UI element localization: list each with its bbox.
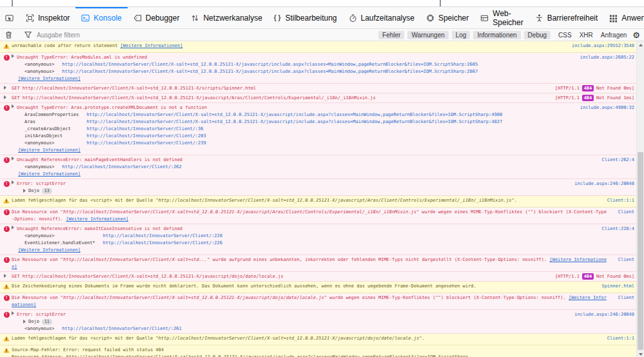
filter-input[interactable] (37, 32, 191, 39)
scrollbar-thumb[interactable] (638, 152, 643, 350)
message-location-link[interactable]: Client (609, 209, 634, 216)
http-status-badge: 404 (582, 85, 594, 92)
message-text: wurde aufgrund eines unbekannten, inkorr… (210, 257, 550, 262)
expand-arrow-icon[interactable] (23, 189, 26, 193)
expand-arrow-icon[interactable] (23, 320, 26, 323)
tab-label: Web-Speicher (493, 9, 523, 27)
console-output: unreachable code after return statement … (0, 41, 644, 357)
expand-arrow-icon[interactable] (12, 104, 14, 108)
message-gutter: ! (1, 226, 12, 232)
tab-label: Speicher (438, 14, 469, 23)
message-body: Uncaught TypeError: Aras.prototype.creat… (12, 104, 571, 154)
stack-frame-link[interactable]: http://localhost/InnovatorServer/Client/… (86, 111, 571, 119)
console-icon (81, 14, 90, 23)
message-gutter (1, 335, 12, 344)
error-icon: ! (4, 257, 10, 263)
pick-element-button[interactable] (0, 7, 19, 28)
tab-debugger[interactable]: Debugger (128, 7, 186, 28)
expand-arrow-icon[interactable] (12, 180, 14, 184)
category-filter-button[interactable]: CSS (555, 31, 575, 39)
console-message: !Die Ressource von "http://localhost/Inn… (0, 207, 637, 224)
level-filter-button[interactable]: Log (452, 31, 471, 39)
message-location-link[interactable]: include.aspx:246:20048 (565, 180, 634, 188)
message-location-link[interactable]: Client:1:1 (598, 197, 634, 204)
message-text: Error: scriptError (17, 181, 66, 186)
learn-more-link[interactable]: [Weitere Informationen] (18, 76, 81, 81)
message-location-link[interactable]: include.aspx:4900:32 (571, 104, 634, 111)
tab-stilbearbeitung[interactable]: { }Stilbearbeitung (268, 7, 343, 28)
learn-more-link[interactable]: [Weitere Informationen] (18, 148, 81, 153)
tab-speicher[interactable]: Speicher (420, 7, 474, 28)
message-location-link[interactable]: Client:262:4 (592, 157, 634, 164)
learn-more-link[interactable]: [Weitere Informationen] (18, 171, 81, 177)
console-message: Laden fehlgeschlagen für das <script> mi… (0, 196, 637, 207)
tab-netzwerkanalyse[interactable]: Netzwerkanalyse (185, 7, 268, 28)
http-status-text: [HTTP/1.1 (555, 95, 582, 101)
expand-arrow-icon[interactable] (4, 274, 6, 278)
expand-arrow-icon[interactable] (4, 95, 6, 99)
message-location-link[interactable]: Client:228:4 (592, 226, 634, 233)
stack-frame-link[interactable]: http://localhost/InnovatorServer/Client/… (103, 240, 593, 247)
http-status-text: Not Found 1ms] (594, 95, 634, 101)
message-line: unreachable code after return statement … (12, 43, 563, 50)
stack-frame-link[interactable]: http://localhost/InnovatorServer/Client/… (86, 140, 571, 147)
category-filter-button[interactable]: Anfragen (598, 31, 630, 39)
storage-icon (480, 14, 489, 23)
message-location-link[interactable]: include.aspx:29552:3548 (563, 43, 634, 50)
http-status: [HTTP/1.1 404 Not Found 0ms] (546, 85, 634, 92)
learn-more-link[interactable]: [Weitere Informationen] (66, 217, 128, 222)
clear-console-button[interactable] (0, 30, 17, 39)
stack-frame-function: <anonymous> (24, 68, 54, 75)
message-body: Error: scriptErrorDojo11<anonymous>http:… (12, 311, 565, 333)
expand-arrow-icon[interactable] (12, 54, 14, 58)
message-location-link[interactable]: include.aspx:246:20048 (565, 311, 634, 318)
scrollbar[interactable] (636, 41, 644, 357)
stack-frame-link[interactable]: http://localhost/InnovatorServer/Client/… (103, 233, 593, 240)
page-input-box (12, 0, 441, 6)
tab-web-speicher[interactable]: Web-Speicher (474, 7, 529, 28)
message-line: Error: scriptError (12, 311, 565, 318)
stack-frame-link[interactable]: http://localhost/InnovatorServer/Client/… (86, 133, 571, 140)
error-icon: ! (4, 295, 10, 301)
debugger-icon (133, 14, 142, 23)
tab-inspektor[interactable]: Inspektor (20, 7, 75, 28)
tab-anwendung[interactable]: Anwendung (603, 7, 644, 28)
devtools-panel: InspektorKonsoleDebuggerNetzwerkanalyse{… (0, 6, 644, 357)
stack-frame-link[interactable]: http://localhost/InnovatorServer/Client/… (62, 68, 571, 75)
message-location-link[interactable]: Spinner.html (592, 283, 634, 290)
stack-frame-link[interactable]: http://localhost/InnovatorServer/Client/… (62, 164, 592, 171)
tab-barrierefreiheit[interactable]: Barrierefreiheit (529, 7, 604, 28)
learn-more-link[interactable]: [Weitere Informationen] (18, 247, 81, 253)
scroll-down-arrow-icon[interactable] (637, 351, 644, 357)
expand-arrow-icon[interactable] (12, 311, 14, 315)
level-filter-button[interactable]: Debug (524, 31, 551, 39)
stack-frame-link[interactable]: http://localhost/InnovatorServer/Client/… (86, 126, 571, 133)
stack-frame-link[interactable]: http://localhost/InnovatorServer/Client/… (62, 61, 571, 68)
message-location-link[interactable]: include.aspx:2605:22 (571, 54, 634, 61)
filter-icon (19, 30, 37, 39)
level-filter-button[interactable]: Warnungen (407, 31, 448, 39)
scroll-up-arrow-icon[interactable] (637, 41, 644, 48)
category-filter-button[interactable]: XHR (576, 31, 596, 39)
message-line: Laden fehlgeschlagen für das <script> mi… (12, 197, 598, 204)
message-line: Uncaught ReferenceError: makeItCaseInsen… (12, 226, 592, 233)
console-message: Source-Map-Fehler: Error: request failed… (0, 345, 637, 357)
message-location-link[interactable]: Client:1:1 (598, 335, 634, 342)
message-text: GET http://localhost/InnovatorServer/Cli… (12, 95, 376, 101)
message-body: Error: scriptErrorDojo13 (12, 180, 565, 195)
expand-arrow-icon[interactable] (12, 226, 14, 229)
stack-frame-link[interactable]: http://localhost/InnovatorServer/Client/… (62, 325, 565, 333)
level-filter-button[interactable]: Informationen (473, 31, 520, 39)
message-location-link[interactable]: Client (609, 294, 634, 302)
level-filter-button[interactable]: Fehler (378, 31, 404, 39)
expand-arrow-icon[interactable] (12, 157, 14, 160)
message-location-link[interactable]: Client (609, 256, 634, 264)
expand-arrow-icon[interactable] (4, 86, 6, 90)
learn-more-link[interactable]: [Weitere Informationen] (121, 43, 183, 48)
tab-laufzeitanalyse[interactable]: Laufzeitanalyse (343, 7, 420, 28)
console-settings-button[interactable]: ⚙ (631, 30, 644, 40)
message-gutter (1, 95, 12, 100)
stack-frame-link[interactable]: http://localhost/InnovatorServer/Client/… (86, 119, 571, 126)
tab-konsole[interactable]: Konsole (75, 7, 127, 28)
message-body: Source-Map-Fehler: Error: request failed… (12, 347, 634, 357)
